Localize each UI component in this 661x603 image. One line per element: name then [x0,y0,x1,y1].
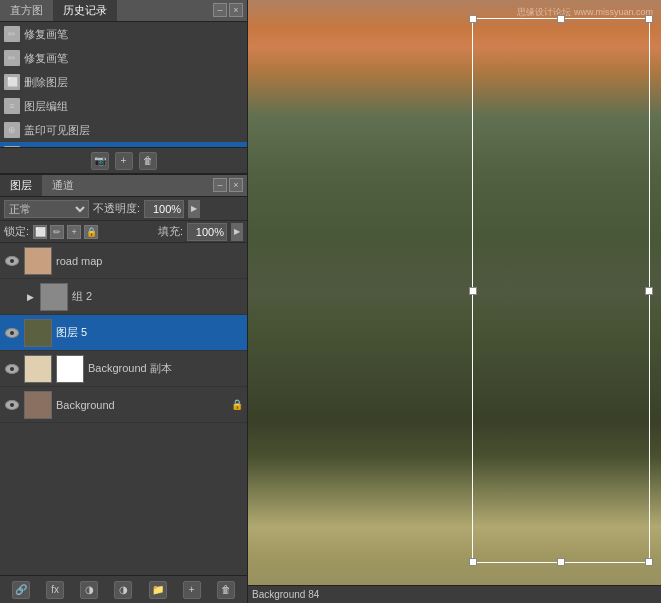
panel-controls: – × [213,3,243,17]
layer-visibility-toggle[interactable] [4,397,20,413]
layer-visibility-toggle[interactable] [4,361,20,377]
history-new-snapshot-btn[interactable]: 📷 [91,152,109,170]
lock-fill-row: 锁定: ⬜ ✏ + 🔒 填充: ▶ [0,221,247,243]
left-panel: 直方图 历史记录 – × ✏修复画笔✏修复画笔⬜删除图层≡图层编组⊕盖印可见图层… [0,0,248,603]
history-bottom-bar: 📷 + 🗑 [0,147,247,173]
layers-panel-controls: – × [213,178,243,192]
lock-icons: ⬜ ✏ + 🔒 [33,225,98,239]
history-item[interactable]: ≡图层编组 [0,94,247,118]
layer-item[interactable]: 图层 5 [0,315,247,351]
layer-name: road map [56,255,243,267]
layer-new-btn[interactable]: + [183,581,201,599]
history-item[interactable]: ⊕盖印可见图层 [0,118,247,142]
history-item[interactable]: ⬜删除图层 [0,70,247,94]
history-item-icon: ✏ [4,50,20,66]
layer-thumbnail [24,355,52,383]
history-panel-tabs: 直方图 历史记录 – × [0,0,247,22]
tab-layers[interactable]: 图层 [0,175,42,196]
history-item-icon: ⊕ [4,122,20,138]
history-item-icon: ≡ [4,98,20,114]
layer-thumbnail [40,283,68,311]
layer-expand-btn[interactable]: ▶ [24,291,36,303]
canvas-background [248,0,661,585]
lock-position-btn[interactable]: ✏ [50,225,64,239]
tab-channels[interactable]: 通道 [42,175,84,196]
panel-close-btn[interactable]: × [229,3,243,17]
layer-item[interactable]: ▶组 2 [0,279,247,315]
opacity-arrow[interactable]: ▶ [188,200,200,218]
history-item-label: 修复画笔 [24,51,68,66]
fill-label: 填充: [158,224,183,239]
layer-delete-btn[interactable]: 🗑 [217,581,235,599]
layer-name: 组 2 [72,289,243,304]
layer-visibility-toggle[interactable] [4,253,20,269]
watermark: 思缘设计论坛 www.missyuan.com [517,6,653,19]
lock-all-btn[interactable]: 🔒 [84,225,98,239]
layer-adjust-btn[interactable]: ◑ [114,581,132,599]
layer-name: Background [56,399,227,411]
history-delete-btn[interactable]: 🗑 [139,152,157,170]
canvas-area[interactable]: 思缘设计论坛 www.missyuan.com Background 84 [248,0,661,603]
layer-lock-icon: 🔒 [231,399,243,411]
history-item-icon: ⬜ [4,74,20,90]
layer-item[interactable]: Background 副本 [0,351,247,387]
layers-minimize-btn[interactable]: – [213,178,227,192]
history-item[interactable]: ✏修复画笔 [0,46,247,70]
history-item-label: 图层编组 [24,99,68,114]
layers-bottom-bar: 🔗 fx ◑ ◑ 📁 + 🗑 [0,575,247,603]
layer-name: Background 副本 [88,361,243,376]
layer-visibility-toggle[interactable] [4,289,20,305]
layer-name: 图层 5 [56,325,243,340]
layers-list: road map▶组 2图层 5Background 副本Background🔒 [0,243,247,575]
blend-mode-select[interactable]: 正常 [4,200,89,218]
lock-label: 锁定: [4,224,29,239]
history-item[interactable]: ✏修复画笔 [0,22,247,46]
fill-row: 填充: ▶ [158,223,243,241]
layer-link-btn[interactable]: 🔗 [12,581,30,599]
tab-histogram[interactable]: 直方图 [0,0,53,21]
status-bar: Background 84 [248,585,661,603]
layers-close-btn[interactable]: × [229,178,243,192]
history-item-icon: ✏ [4,26,20,42]
lock-move-btn[interactable]: + [67,225,81,239]
layer-visibility-toggle[interactable] [4,325,20,341]
fill-input[interactable] [187,223,227,241]
history-item-label: 盖印可见图层 [24,123,90,138]
opacity-label: 不透明度: [93,201,140,216]
layer-group-btn[interactable]: 📁 [149,581,167,599]
layer-mask-thumbnail [56,355,84,383]
panel-minimize-btn[interactable]: – [213,3,227,17]
layers-tabs: 图层 通道 – × [0,175,247,197]
layer-thumbnail [24,391,52,419]
history-create-btn[interactable]: + [115,152,133,170]
layer-thumbnail [24,247,52,275]
layer-item[interactable]: Background🔒 [0,387,247,423]
history-item-label: 删除图层 [24,75,68,90]
layers-panel: 图层 通道 – × 正常 不透明度: ▶ 锁定: ⬜ ✏ + [0,175,247,603]
history-list: ✏修复画笔✏修复画笔⬜删除图层≡图层编组⊕盖印可见图层▭矩形选框 [0,22,247,147]
lock-pixels-btn[interactable]: ⬜ [33,225,47,239]
layer-mask-btn[interactable]: ◑ [80,581,98,599]
blend-mode-row: 正常 不透明度: ▶ [0,197,247,221]
opacity-input[interactable] [144,200,184,218]
layer-thumbnail [24,319,52,347]
layer-fx-btn[interactable]: fx [46,581,64,599]
history-panel: 直方图 历史记录 – × ✏修复画笔✏修复画笔⬜删除图层≡图层编组⊕盖印可见图层… [0,0,247,175]
layer-item[interactable]: road map [0,243,247,279]
fill-arrow[interactable]: ▶ [231,223,243,241]
history-item-label: 修复画笔 [24,27,68,42]
status-text: Background 84 [252,589,319,600]
tab-history[interactable]: 历史记录 [53,0,117,21]
